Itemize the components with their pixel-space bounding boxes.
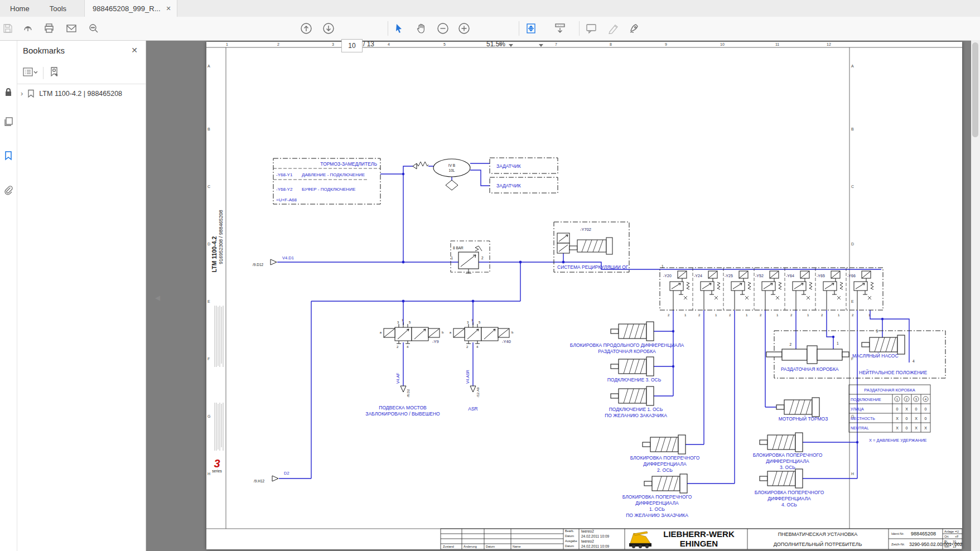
scrollbar-thumb[interactable] <box>972 42 978 137</box>
bookmarks-panel-icon[interactable] <box>2 149 15 162</box>
attachments-icon[interactable] <box>2 184 15 196</box>
svg-text:von: von <box>944 545 949 548</box>
chevron-right-icon[interactable]: › <box>21 89 23 98</box>
zoom-out-icon[interactable] <box>436 22 450 35</box>
svg-text:3: 3 <box>332 42 334 46</box>
zoom-level-dropdown[interactable]: 51.5% <box>481 40 505 48</box>
previous-page-icon[interactable] <box>300 22 313 35</box>
svg-text:3: 3 <box>876 329 878 333</box>
hand-tool-icon[interactable] <box>414 22 428 35</box>
svg-text:МАСЛЯНЫЙ НАСОС: МАСЛЯНЫЙ НАСОС <box>852 352 899 359</box>
svg-text:11: 11 <box>775 42 779 46</box>
svg-text:ДАВЛЕНИЕ - ПОДКЛЮЧЕНИЕ: ДАВЛЕНИЕ - ПОДКЛЮЧЕНИЕ <box>302 172 365 177</box>
document-tab[interactable]: 988465208_999_R... ✕ <box>84 0 177 17</box>
search-icon[interactable] <box>87 22 100 35</box>
svg-text:ПО ЖЕЛАНИЮ ЗАКАЗЧИКА: ПО ЖЕЛАНИЮ ЗАКАЗЧИКА <box>626 513 688 518</box>
svg-text:2: 2 <box>668 313 670 317</box>
zoom-caret-icon[interactable] <box>509 44 513 47</box>
svg-text:Bearb.: Bearb. <box>565 529 575 533</box>
svg-text:-Y40: -Y40 <box>502 339 511 344</box>
security-lock-icon[interactable] <box>2 86 15 98</box>
select-tool-icon[interactable] <box>392 22 405 35</box>
svg-text:Name: Name <box>513 545 521 548</box>
highlight-icon[interactable] <box>607 22 620 35</box>
svg-text:A: A <box>851 64 854 68</box>
svg-text:EHINGEN: EHINGEN <box>680 539 718 548</box>
svg-text:4: 4 <box>407 345 409 349</box>
svg-text:БЛОКИРОВКА ПОПЕРЕЧНОГО: БЛОКИРОВКА ПОПЕРЕЧНОГО <box>630 455 700 461</box>
svg-text:9: 9 <box>665 42 667 46</box>
page-margin-info: 916952308 / 988465208 LTM 1100-4.2 3 ser… <box>211 210 224 473</box>
save-icon[interactable] <box>1 22 15 35</box>
caption-motor-brake: МОТОРНЫЙ ТОРМОЗ <box>779 415 828 422</box>
svg-text:1: 1 <box>838 313 840 317</box>
svg-text:B: B <box>851 127 854 131</box>
valve-row-item: -Y65 2 1 <box>817 271 843 317</box>
next-page-icon[interactable] <box>322 22 335 35</box>
svg-text:4: 4 <box>913 359 915 363</box>
pdf-page: 12 34 56 78 910 1112 AB CD EF GH AB CD E… <box>206 42 962 549</box>
print-icon[interactable] <box>42 22 56 35</box>
caption-axle-suspension: ПОДВЕСКА МОСТОВ <box>379 405 427 410</box>
svg-text:2: 2 <box>277 42 279 46</box>
scrolling-mode-icon[interactable] <box>553 22 567 35</box>
series-label: series <box>212 469 222 473</box>
svg-text:E: E <box>207 299 210 303</box>
fit-page-caret-icon[interactable] <box>539 44 543 47</box>
svg-text:1: 1 <box>746 313 748 317</box>
svg-text:ПОДКЛЮЧЕНИЕ 3. ОСЬ: ПОДКЛЮЧЕНИЕ 3. ОСЬ <box>607 377 662 383</box>
svg-text:1: 1 <box>896 398 899 401</box>
svg-text:4. ОСЬ: 4. ОСЬ <box>781 502 797 508</box>
page-number-input[interactable] <box>341 39 363 52</box>
caption-asr: ASR <box>468 406 477 412</box>
svg-text:/12.A9: /12.A9 <box>476 387 480 397</box>
svg-text:ТОРМОЗ-ЗАМЕДЛИТЕЛЬ: ТОРМОЗ-ЗАМЕДЛИТЕЛЬ <box>320 161 377 167</box>
svg-text:X: X <box>924 426 927 430</box>
bookmark-options-icon[interactable] <box>23 67 37 79</box>
tank-drain-icon <box>446 180 458 190</box>
comment-icon[interactable] <box>585 22 598 35</box>
svg-text:-Y66: -Y66 <box>847 274 856 278</box>
bookmarks-close-icon[interactable]: ✕ <box>131 46 138 55</box>
fit-page-icon[interactable] <box>524 22 538 35</box>
svg-text:1: 1 <box>226 42 228 46</box>
tab-close-icon[interactable]: ✕ <box>166 5 171 12</box>
svg-text:X: X <box>896 426 899 430</box>
svg-text:0: 0 <box>906 426 908 430</box>
expand-bookmark-icon[interactable] <box>49 66 60 80</box>
page-thumbnails-icon[interactable] <box>2 115 15 128</box>
ident-number: 988465208 <box>911 531 936 536</box>
panel-collapse-handle[interactable]: ◀ <box>155 294 160 302</box>
svg-text:12: 12 <box>827 42 831 46</box>
tab-home[interactable]: Home <box>0 0 40 17</box>
svg-text:2: 2 <box>906 398 908 401</box>
pneumatic-lines <box>277 163 909 484</box>
svg-text:Zustand: Zustand <box>443 545 454 548</box>
zoom-in-icon[interactable] <box>457 22 471 35</box>
svg-text:Ort: Ort <box>944 535 949 538</box>
svg-text:1: 1 <box>807 313 809 317</box>
svg-text:4: 4 <box>476 345 479 349</box>
bookmark-item[interactable]: › LTM 1100-4.2 | 988465208 <box>21 89 122 98</box>
svg-text:ДИФФЕРЕНЦИАЛА: ДИФФЕРЕНЦИАЛА <box>767 496 811 501</box>
bookmark-icon <box>27 89 35 98</box>
air-tank: IV B 10L <box>433 159 470 190</box>
svg-text:0: 0 <box>906 417 908 420</box>
svg-text:ЗАДАТЧИК: ЗАДАТЧИК <box>496 183 521 188</box>
svg-text:2: 2 <box>821 313 823 317</box>
vertical-scrollbar[interactable] <box>971 40 980 551</box>
svg-text:V4.D1: V4.D1 <box>282 255 294 260</box>
schematic-drawing: 12 34 56 78 910 1112 AB CD EF GH AB CD E… <box>206 42 962 549</box>
email-icon[interactable] <box>65 22 78 35</box>
tab-tools[interactable]: Tools <box>40 0 76 17</box>
svg-text:10L: 10L <box>449 168 455 172</box>
main-toolbar: / 13 51.5% <box>0 17 980 41</box>
title-block: Zustand Änderung Datum Name Bearb. Datum… <box>441 529 962 549</box>
svg-text:-Y65: -Y65 <box>817 274 825 278</box>
svg-text:БЛОКИРОВКА ПОПЕРЕЧНОГО: БЛОКИРОВКА ПОПЕРЕЧНОГО <box>622 494 692 500</box>
svg-text:2: 2 <box>481 256 484 260</box>
share-upload-icon[interactable] <box>21 22 35 35</box>
svg-text:БЛОКИРОВКА ПОПЕРЕЧНОГО: БЛОКИРОВКА ПОПЕРЕЧНОГО <box>753 452 823 458</box>
svg-text:10: 10 <box>720 42 725 46</box>
fill-sign-icon[interactable] <box>628 22 641 35</box>
